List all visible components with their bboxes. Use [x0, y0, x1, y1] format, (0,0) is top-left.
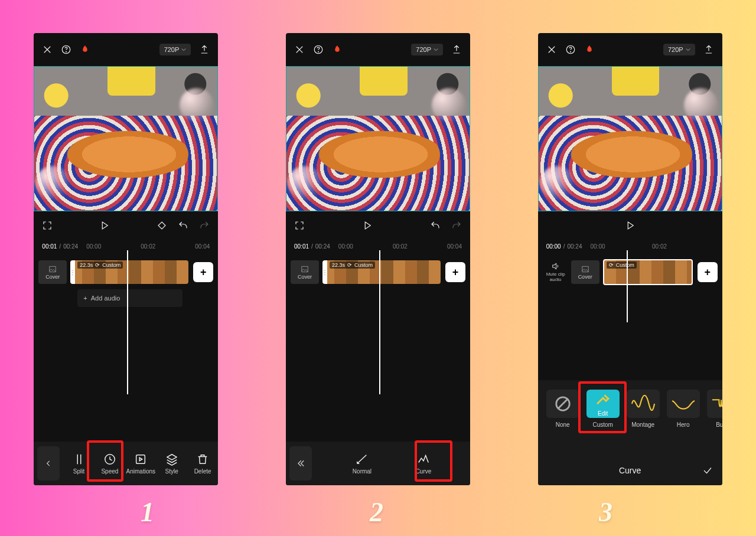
tool-speed[interactable]: Speed: [95, 453, 125, 475]
speed-toolbar: Normal Curve: [286, 442, 470, 485]
flame-icon[interactable]: [80, 44, 90, 55]
curve-footer: Curve: [538, 456, 722, 485]
clip-badge: 22.3s ⟳ Custom: [77, 262, 123, 269]
toolbar-back-button[interactable]: [289, 446, 312, 481]
video-clip[interactable]: ⋮ 22.3s⟳Custom: [322, 260, 441, 284]
video-preview[interactable]: [286, 66, 470, 211]
clip-handle[interactable]: ⋮: [322, 260, 327, 284]
help-icon[interactable]: [61, 44, 71, 55]
export-icon[interactable]: [199, 44, 210, 55]
export-icon[interactable]: [451, 44, 462, 55]
svg-point-1: [66, 51, 67, 52]
cover-button[interactable]: Cover: [571, 260, 599, 284]
cover-button[interactable]: Cover: [291, 260, 319, 284]
curve-presets-panel: None Edit Custom Montage Hero Bullet: [538, 380, 722, 485]
top-bar: 720P: [34, 33, 218, 66]
preset-custom[interactable]: Edit Custom: [586, 390, 620, 428]
redo-icon[interactable]: [451, 220, 462, 231]
step-number-3: 3: [599, 496, 612, 528]
video-preview[interactable]: [538, 66, 722, 211]
add-audio-button[interactable]: +Add audio: [77, 289, 183, 307]
help-icon[interactable]: [313, 44, 324, 55]
resolution-button[interactable]: 720P: [159, 44, 191, 55]
preset-montage[interactable]: Montage: [627, 390, 660, 428]
play-icon[interactable]: [625, 220, 636, 231]
add-audio-label: Add audio: [91, 295, 120, 302]
svg-point-7: [570, 51, 571, 52]
export-icon[interactable]: [703, 44, 714, 55]
playback-controls: [34, 211, 218, 240]
close-icon[interactable]: [294, 44, 305, 55]
timeline[interactable]: Cover ⋮ 22.3s⟳Custom +: [286, 253, 470, 341]
play-icon[interactable]: [99, 220, 110, 231]
resolution-button[interactable]: 720P: [411, 44, 443, 55]
flame-icon[interactable]: [584, 44, 595, 55]
top-bar: 720P: [538, 33, 722, 66]
svg-rect-3: [136, 455, 145, 463]
resolution-label: 720P: [164, 46, 180, 53]
resolution-button[interactable]: 720P: [663, 44, 695, 55]
tool-split[interactable]: Split: [64, 453, 94, 475]
cover-button[interactable]: Cover: [38, 260, 67, 284]
tool-animations[interactable]: Animations: [126, 453, 155, 475]
curve-title: Curve: [619, 466, 641, 475]
timeline[interactable]: Mute clip audio Cover ⟳Custom +: [538, 253, 722, 319]
time-current: 00:01: [42, 243, 57, 250]
playhead[interactable]: [627, 250, 628, 322]
add-clip-button[interactable]: +: [698, 262, 718, 282]
preset-bullet[interactable]: Bullet: [707, 390, 722, 428]
phone-step-1: 720P 00:01 / 00:24 00:00 00:02 00:04 Cov…: [34, 33, 218, 485]
undo-icon[interactable]: [178, 220, 188, 231]
toolbar-back-button[interactable]: [37, 446, 60, 481]
clip-badge: ⟳Custom: [607, 262, 637, 269]
mute-clip-audio-button[interactable]: Mute clip audio: [543, 258, 569, 286]
svg-point-5: [318, 51, 319, 52]
add-clip-button[interactable]: +: [445, 262, 465, 282]
speed-normal[interactable]: Normal: [347, 453, 377, 475]
timeline[interactable]: Cover ⋮ 22.3s ⟳ Custom + +Add audio: [34, 253, 218, 341]
time-indicator: 00:01 / 00:24 00:00 00:02 00:04: [34, 240, 218, 253]
step-number-1: 1: [141, 496, 154, 528]
time-indicator: 00:00/ 00:24 00:00 00:02: [538, 240, 722, 253]
tutorial-canvas: 720P 00:01 / 00:24 00:00 00:02 00:04 Cov…: [0, 0, 756, 536]
video-clip[interactable]: ⟳Custom: [603, 259, 693, 285]
playhead[interactable]: [379, 250, 380, 394]
close-icon[interactable]: [42, 44, 53, 55]
keyframe-icon[interactable]: [157, 220, 167, 231]
clip-badge: 22.3s⟳Custom: [330, 262, 375, 269]
speed-curve[interactable]: Curve: [409, 453, 438, 475]
tool-style[interactable]: Style: [157, 453, 187, 475]
phone-step-3: 720P 00:00/ 00:24 00:00 00:02 Mute clip …: [538, 33, 722, 485]
redo-icon[interactable]: [199, 220, 210, 231]
preset-edit-label: Edit: [598, 410, 608, 417]
step-number-2: 2: [370, 496, 383, 528]
time-indicator: 00:01/ 00:24 00:00 00:02 00:04: [286, 240, 470, 253]
add-clip-button[interactable]: +: [193, 262, 213, 282]
cover-label: Cover: [45, 274, 60, 280]
undo-icon[interactable]: [430, 220, 441, 231]
play-icon[interactable]: [362, 220, 373, 231]
help-icon[interactable]: [565, 44, 576, 55]
video-clip[interactable]: ⋮ 22.3s ⟳ Custom: [70, 260, 188, 284]
video-preview[interactable]: [34, 66, 218, 211]
confirm-icon[interactable]: [702, 465, 713, 476]
top-bar: 720P: [286, 33, 470, 66]
clip-handle[interactable]: ⋮: [70, 260, 75, 284]
close-icon[interactable]: [546, 44, 557, 55]
fullscreen-icon[interactable]: [42, 220, 53, 231]
flame-icon[interactable]: [332, 44, 343, 55]
tool-delete[interactable]: Delete: [188, 453, 217, 475]
playhead[interactable]: [127, 250, 128, 394]
playback-controls: [538, 211, 722, 240]
time-total: 00:24: [63, 243, 78, 250]
phone-step-2: 720P 00:01/ 00:24 00:00 00:02 00:04 Cove…: [286, 33, 470, 485]
preset-none[interactable]: None: [546, 390, 579, 428]
edit-toolbar: Split Speed Animations Style Delete: [34, 442, 218, 485]
playback-controls: [286, 211, 470, 240]
fullscreen-icon[interactable]: [294, 220, 305, 231]
preset-hero[interactable]: Hero: [667, 390, 700, 428]
